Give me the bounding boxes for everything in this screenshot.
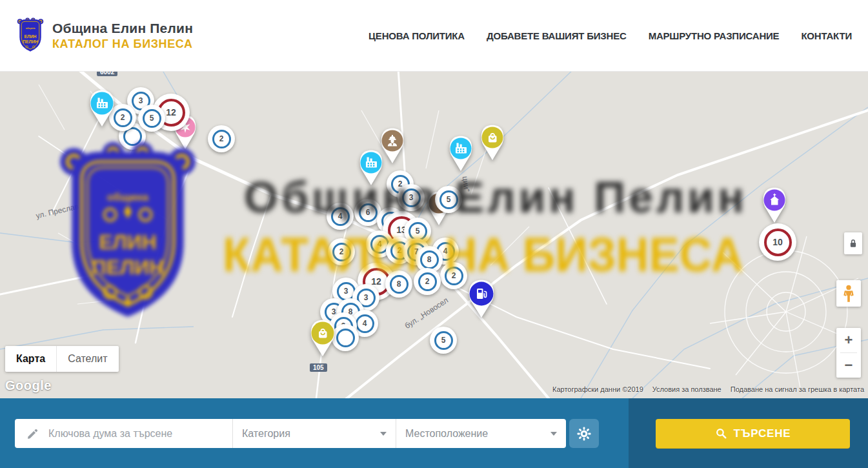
- crest-word1: ЕЛИН: [25, 34, 37, 39]
- zoom-out-button[interactable]: −: [836, 353, 861, 378]
- search-button[interactable]: ТЪРСЕНЕ: [656, 419, 850, 448]
- category-dropdown-label: Категория: [242, 428, 375, 440]
- shopping-bag-pin-marker[interactable]: [308, 319, 337, 360]
- cluster-count: 8: [390, 275, 409, 294]
- cluster-count: 2: [332, 243, 351, 261]
- crest-word2: ПЕЛИН: [23, 39, 38, 44]
- cluster-marker[interactable]: 5: [430, 327, 457, 354]
- cluster-count: 8: [420, 250, 439, 269]
- cluster-marker[interactable]: 2: [208, 125, 235, 152]
- search-fields-group: Категория Местоположение: [15, 419, 566, 448]
- nav-item-3[interactable]: МАРШРУТНО РАЗПИСАНИЕ: [649, 30, 780, 41]
- cluster-count: 2: [212, 130, 231, 148]
- category-dropdown[interactable]: Категория: [232, 419, 396, 448]
- factory-pin-marker[interactable]: [447, 135, 474, 175]
- cluster-marker[interactable]: 4: [327, 203, 354, 230]
- cluster-count: 5: [143, 109, 161, 128]
- lock-icon: [847, 237, 859, 250]
- search-button-label: ТЪРСЕНЕ: [734, 427, 791, 440]
- search-bar: Категория Местоположение: [0, 398, 868, 468]
- google-logo[interactable]: Google: [5, 378, 52, 393]
- keyword-search-input[interactable]: [47, 427, 232, 440]
- map-type-control: Карта Сателит: [5, 346, 119, 372]
- attribution-link[interactable]: Условия за ползване: [652, 385, 722, 393]
- road-number-label: 6002: [97, 72, 117, 76]
- cluster-count: 2: [445, 267, 463, 285]
- brand-text: Община Елин Пелин КАТАЛОГ НА БИЗНЕСА: [52, 21, 193, 51]
- cluster-marker[interactable]: 10: [759, 223, 796, 261]
- lock-button[interactable]: [844, 232, 862, 254]
- zoom-control: + −: [836, 328, 861, 378]
- page: ул. Преславбул. „Новоселции“6002105 3212…: [0, 0, 868, 468]
- cluster-marker[interactable]: 5: [138, 105, 165, 132]
- cluster-marker[interactable]: 5: [435, 186, 462, 213]
- location-dropdown[interactable]: Местоположение: [396, 419, 566, 448]
- cluster-marker[interactable]: 8: [385, 270, 412, 298]
- gear-icon: [576, 426, 592, 442]
- search-icon: [715, 427, 727, 440]
- municipality-crest-logo: община ЕЛИН ПЕЛИН: [16, 17, 45, 54]
- pegman-icon: [842, 284, 856, 303]
- site-title: Община Елин Пелин: [52, 21, 193, 36]
- factory-pin-marker[interactable]: [358, 149, 385, 189]
- cluster-marker[interactable]: 2: [328, 238, 355, 265]
- attribution-text: Картографски данни ©2019: [552, 385, 643, 393]
- nav-item-2[interactable]: ДОБАВЕТЕ ВАШИЯТ БИЗНЕС: [487, 30, 627, 41]
- cluster-count: 5: [439, 190, 458, 209]
- site-subtitle: КАТАЛОГ НА БИЗНЕСА: [52, 37, 193, 51]
- cluster-count: [336, 329, 355, 347]
- cluster-count: 2: [418, 272, 437, 291]
- map-attribution: Картографски данни ©2019Условия за ползв…: [552, 385, 864, 393]
- crest-top-word: община: [26, 27, 35, 30]
- zoom-in-button[interactable]: +: [836, 328, 861, 352]
- church-pin-marker[interactable]: [761, 187, 788, 227]
- cluster-count: 4: [356, 314, 374, 333]
- factory-pin-marker[interactable]: [88, 89, 116, 130]
- keyword-field-wrap: [15, 419, 232, 448]
- chevron-down-icon: [550, 432, 557, 436]
- street-name-label: ции“: [461, 176, 472, 192]
- pencil-icon: [26, 427, 39, 440]
- main-nav: ЦЕНОВА ПОЛИТИКАДОБАВЕТЕ ВАШИЯТ БИЗНЕСМАР…: [368, 30, 852, 41]
- road-number-label: 105: [310, 363, 327, 372]
- street-view-pegman-button[interactable]: [836, 280, 861, 307]
- fuel-pin-marker[interactable]: [467, 279, 496, 321]
- cluster-count: 10: [764, 229, 792, 256]
- nav-item-4[interactable]: КОНТАКТИ: [801, 30, 852, 41]
- map-type-satellite-button[interactable]: Сателит: [56, 346, 118, 372]
- cluster-count: 6: [359, 203, 378, 222]
- advanced-settings-button[interactable]: [569, 419, 599, 448]
- cluster-marker[interactable]: 3: [398, 184, 425, 211]
- header: община ЕЛИН ПЕЛИН Община Елин Пелин КАТА…: [0, 0, 868, 72]
- cluster-marker[interactable]: 2: [414, 268, 441, 295]
- cluster-count: 5: [434, 331, 453, 350]
- site-logo[interactable]: община ЕЛИН ПЕЛИН Община Елин Пелин КАТА…: [16, 17, 193, 54]
- chevron-down-icon: [380, 432, 387, 436]
- nav-item-1[interactable]: ЦЕНОВА ПОЛИТИКА: [368, 30, 465, 41]
- cluster-marker[interactable]: 2: [440, 262, 467, 289]
- cluster-count: 4: [331, 207, 350, 226]
- attribution-link[interactable]: Подаване на сигнал за грешка в картата: [731, 385, 864, 393]
- location-dropdown-label: Местоположение: [405, 428, 545, 440]
- map-type-map-button[interactable]: Карта: [5, 346, 56, 372]
- shopping-bag-pin-marker[interactable]: [479, 124, 506, 164]
- cluster-count: 3: [402, 188, 421, 207]
